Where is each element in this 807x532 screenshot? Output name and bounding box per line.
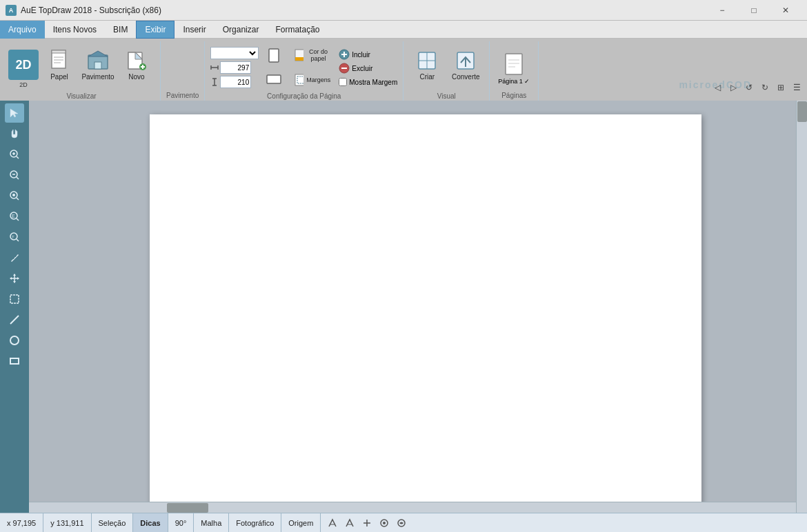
visual-group-label: Visual [409,91,484,101]
scrollbar-vertical[interactable] [796,101,807,513]
landscape-btn[interactable] [261,68,286,90]
menu-inserir[interactable]: Inserir [175,21,214,39]
qa-grid[interactable]: ⊞ [773,80,788,95]
criar-label: Criar [419,73,435,81]
pavimento-icon [87,50,109,72]
qa-redo[interactable]: ↻ [757,80,773,95]
2d-icon[interactable]: 2D [8,50,39,80]
btn-margens[interactable]: Margens [292,69,333,91]
pavimento-group-label: Pavimento [166,90,199,101]
mostra-margem-label: Mostra Margem [349,79,397,86]
btn-criar[interactable]: Criar [409,41,445,88]
tool-zoom-window[interactable] [5,186,24,205]
btn-cor-papel[interactable]: Cor do papel [292,44,333,66]
novo-label: Novo [128,73,144,81]
titlebar: A AuE TopDraw 2018 - Subscrição (x86) − … [0,0,807,21]
qa-settings[interactable]: ☰ [789,80,804,95]
btn-papel[interactable]: Papel [41,41,77,88]
status-x: x 97,195 [0,513,43,532]
menu-bim[interactable]: BIM [105,21,136,39]
btn-pavimento[interactable]: Pavimento [80,41,116,88]
ribbon-group-visual: Criar Converte Visual [404,41,490,101]
menubar: Arquivo Itens Novos BIM Exibir Inserir O… [0,21,807,39]
pavimento-label: Pavimento [81,73,114,81]
qa-forward[interactable]: ▷ [726,80,741,95]
maximize-button[interactable]: □ [738,0,770,21]
tool-zoom-all[interactable]: T [5,227,24,247]
status-origem[interactable]: Origem [281,513,321,532]
tool-line[interactable] [5,310,24,329]
scrollbar-v-thumb[interactable] [797,101,807,122]
width-input[interactable] [220,61,251,74]
status-malha[interactable]: Malha [194,513,229,532]
btn-2d-label: 2D [19,81,28,88]
canvas-area[interactable] [29,101,807,513]
status-icon-3[interactable] [359,515,375,531]
excluir-icon [339,63,350,74]
cor-papel-label: Cor do papel [306,48,331,62]
tool-rectangle[interactable] [5,351,24,371]
btn-2d[interactable]: 2D 2D [8,50,39,88]
svg-marker-63 [13,281,16,283]
page-button[interactable]: Página 1 ✓ [495,50,532,88]
ribbon-group-visualizar: 2D 2D Papel [3,41,161,101]
status-icons [321,515,413,531]
qa-back[interactable]: ◁ [710,80,725,95]
btn-converte[interactable]: Converte [448,41,484,88]
scrollbar-horizontal[interactable] [29,502,796,513]
svg-rect-1 [52,50,66,53]
tool-zoom-in[interactable] [5,145,24,164]
menu-arquivo[interactable]: Arquivo [0,21,45,39]
menu-organizar[interactable]: Organizar [215,21,268,39]
svg-rect-24 [295,74,303,85]
paginas-buttons: Página 1 ✓ [495,41,532,90]
qa-refresh[interactable]: ↺ [741,80,757,95]
excluir-row: Excluir [339,63,397,74]
excluir-label: Excluir [352,65,372,72]
scrollbar-h-thumb[interactable] [167,503,208,513]
cor-margens: Cor do papel Margens [292,44,333,91]
tool-select-box[interactable] [5,289,24,309]
svg-line-42 [17,156,19,158]
orientation-buttons [261,45,286,90]
close-button[interactable]: ✕ [770,0,801,21]
status-fotografico[interactable]: Fotográfico [229,513,281,532]
svg-point-68 [10,336,19,345]
height-input[interactable] [220,76,251,88]
status-angle[interactable]: 90° [168,513,195,532]
menu-exibir[interactable]: Exibir [136,21,175,39]
svg-rect-69 [10,358,19,364]
titlebar-controls: − □ ✕ [706,0,801,21]
tool-zoom-out[interactable] [5,165,24,185]
tool-measure[interactable] [5,248,24,267]
menu-itens-novos[interactable]: Itens Novos [45,21,105,39]
ribbon-group-pavimento: Pavimento [161,41,205,101]
config-pagina-group-label: Configuração da Página [210,91,397,101]
status-dicas[interactable]: Dicas [133,513,168,532]
status-icon-2[interactable] [342,515,357,531]
mostra-margem-checkbox[interactable] [339,78,347,86]
mostra-margem-row: Mostra Margem [339,78,397,86]
menu-formatacao[interactable]: Formatação [267,21,328,39]
tool-move[interactable] [5,269,24,288]
novo-icon [126,50,148,72]
svg-text:E: E [12,214,15,218]
btn-novo[interactable]: Novo [119,41,155,88]
status-icon-1[interactable] [325,515,340,531]
status-icon-5[interactable] [394,515,409,531]
svg-marker-64 [10,277,12,280]
portrait-btn[interactable] [261,45,286,67]
tool-hand[interactable] [5,124,24,143]
tool-circle[interactable] [5,331,24,350]
paper-size-dropdown[interactable] [210,47,259,59]
svg-point-77 [383,522,386,524]
page-icon [504,53,524,78]
tool-select[interactable] [5,103,24,123]
width-row [210,61,259,74]
minimize-button[interactable]: − [706,0,738,21]
status-icon-4[interactable] [377,515,392,531]
svg-marker-57 [11,254,19,262]
svg-marker-65 [17,277,19,280]
tool-zoom-fit[interactable]: E [5,207,24,226]
paginas-group-label: Páginas [495,90,532,101]
